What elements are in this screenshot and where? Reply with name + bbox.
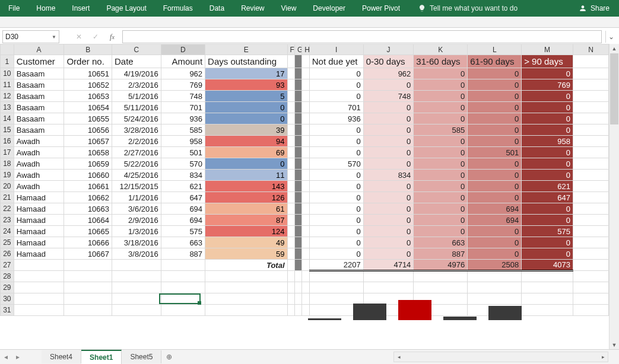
cell[interactable]: 585: [414, 124, 468, 136]
col-header-J[interactable]: J: [363, 44, 414, 55]
cell[interactable]: 59: [205, 248, 287, 260]
ribbon-tab-power-pivot[interactable]: Power Pivot: [354, 0, 408, 17]
cell[interactable]: 0: [522, 215, 573, 226]
ribbon-tab-formulas[interactable]: Formulas: [155, 0, 201, 17]
cell[interactable]: [573, 91, 608, 102]
cell[interactable]: 143: [205, 181, 287, 192]
cell[interactable]: [294, 136, 301, 147]
cell[interactable]: [287, 271, 294, 282]
cell[interactable]: 10652: [64, 79, 112, 91]
cell[interactable]: 10657: [64, 136, 112, 147]
cell[interactable]: [161, 293, 205, 305]
cell[interactable]: [414, 282, 468, 293]
cell[interactable]: 0: [522, 102, 573, 113]
cell[interactable]: [522, 305, 573, 316]
cell[interactable]: [14, 271, 64, 282]
cell[interactable]: [294, 203, 301, 215]
cell[interactable]: 834: [363, 170, 414, 181]
row-header[interactable]: 16: [1, 136, 14, 147]
cell[interactable]: 1/1/2016: [112, 192, 161, 203]
cell[interactable]: [302, 203, 309, 215]
ribbon-tab-developer[interactable]: Developer: [304, 0, 354, 17]
cell[interactable]: 0: [309, 192, 363, 203]
cell[interactable]: 0-30 days: [363, 55, 414, 68]
cell[interactable]: Awadh: [14, 136, 64, 147]
row-header[interactable]: 21: [1, 192, 14, 203]
cell[interactable]: 694: [161, 215, 205, 226]
cell[interactable]: 748: [363, 91, 414, 102]
cell[interactable]: [294, 260, 301, 271]
cell[interactable]: 0: [468, 68, 522, 79]
cell[interactable]: 0: [522, 170, 573, 181]
cell[interactable]: Awadh: [14, 170, 64, 181]
cell[interactable]: 0: [309, 170, 363, 181]
cell[interactable]: [287, 170, 294, 181]
cell[interactable]: [294, 192, 301, 203]
cell[interactable]: 585: [161, 124, 205, 136]
cell[interactable]: 0: [363, 215, 414, 226]
cell[interactable]: 701: [161, 102, 205, 113]
cell[interactable]: [573, 68, 608, 79]
chevron-down-icon[interactable]: ▼: [52, 34, 56, 40]
cell[interactable]: 2/27/2016: [112, 147, 161, 158]
cell[interactable]: 0: [363, 124, 414, 136]
cell[interactable]: [302, 248, 309, 260]
cell[interactable]: [112, 282, 161, 293]
cell[interactable]: 5/1/2016: [112, 91, 161, 102]
cell[interactable]: 0: [414, 68, 468, 79]
tab-nav-next[interactable]: ▸: [12, 353, 24, 361]
cell[interactable]: 0: [363, 237, 414, 248]
cell[interactable]: 124: [205, 226, 287, 237]
cell[interactable]: 0: [309, 226, 363, 237]
cell[interactable]: [302, 271, 309, 282]
vscroll-thumb[interactable]: [610, 53, 618, 124]
cell[interactable]: [294, 55, 301, 68]
row-header[interactable]: 28: [1, 271, 14, 282]
cell[interactable]: [302, 68, 309, 79]
cell[interactable]: [573, 79, 608, 91]
cell[interactable]: 0: [522, 237, 573, 248]
scroll-right-button[interactable]: ▸: [598, 354, 608, 360]
cell[interactable]: 0: [468, 91, 522, 102]
sheet-tab-sheet1[interactable]: Sheet1: [81, 350, 122, 364]
cell[interactable]: [64, 305, 112, 316]
cell[interactable]: 0: [363, 136, 414, 147]
ribbon-tab-data[interactable]: Data: [201, 0, 233, 17]
cell[interactable]: [294, 113, 301, 124]
cell[interactable]: [294, 282, 301, 293]
cell[interactable]: Not due yet: [309, 55, 363, 68]
row-header[interactable]: 18: [1, 158, 14, 170]
cell[interactable]: 0: [414, 203, 468, 215]
cell[interactable]: 11: [205, 170, 287, 181]
cell[interactable]: 834: [161, 170, 205, 181]
cell[interactable]: [573, 237, 608, 248]
cell[interactable]: [287, 305, 294, 316]
cell[interactable]: 701: [309, 102, 363, 113]
cell[interactable]: 0: [205, 158, 287, 170]
cell[interactable]: 0: [468, 181, 522, 192]
cell[interactable]: 49: [205, 237, 287, 248]
cell[interactable]: [573, 55, 608, 68]
cell[interactable]: 0: [414, 136, 468, 147]
cell[interactable]: [287, 203, 294, 215]
cell[interactable]: [302, 147, 309, 158]
row-header[interactable]: 30: [1, 293, 14, 305]
cell[interactable]: 0: [414, 102, 468, 113]
cell[interactable]: [573, 113, 608, 124]
cell[interactable]: 10660: [64, 170, 112, 181]
cell[interactable]: [14, 305, 64, 316]
cell[interactable]: [287, 91, 294, 102]
cell[interactable]: [287, 282, 294, 293]
cell[interactable]: 3/28/2016: [112, 124, 161, 136]
cell[interactable]: [573, 203, 608, 215]
cell[interactable]: [522, 271, 573, 282]
cell[interactable]: [161, 305, 205, 316]
cell[interactable]: [205, 305, 287, 316]
col-header-B[interactable]: B: [64, 44, 112, 55]
cell[interactable]: 0: [363, 248, 414, 260]
cell[interactable]: [294, 158, 301, 170]
cell[interactable]: 2/3/2016: [112, 79, 161, 91]
col-header-E[interactable]: E: [205, 44, 287, 55]
cell[interactable]: [64, 271, 112, 282]
cell[interactable]: 4073: [522, 260, 573, 271]
